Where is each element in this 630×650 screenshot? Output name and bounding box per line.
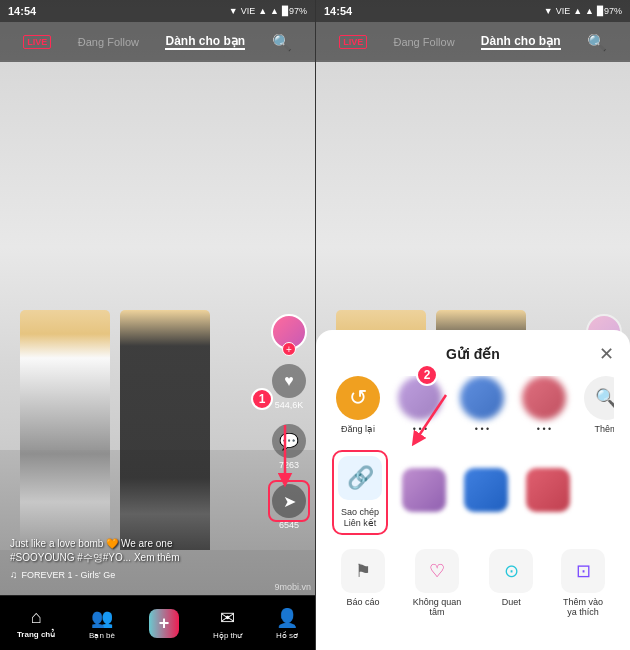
inbox-label: Hộp thư <box>213 631 242 640</box>
signal-icon-right: ▲ <box>573 6 582 16</box>
share-contact-search[interactable]: 🔍 Thêm <box>580 376 614 434</box>
carrier-text-right: VIE <box>556 6 571 16</box>
contact-2-label: • • • <box>475 424 489 434</box>
video-caption: Just like a love bomb 🧡 We are one #SOOY… <box>10 537 260 580</box>
share-contacts-row: ↺ Đăng lại • • • • • • • • • <box>332 376 614 434</box>
social-icon-2 <box>464 468 508 512</box>
share-social-3[interactable] <box>522 468 574 516</box>
share-apps-row: ⚑ Báo cáo ♡ Không quantâm ⊙ Duet ⊡ Thêm … <box>332 549 614 617</box>
duet-icon: ⊙ <box>489 549 533 593</box>
right-panel: 14:54 ▼ VIE ▲ ▲ ▉97% LIVE Đang Follow Dà… <box>315 0 630 650</box>
dancer-2 <box>120 310 210 550</box>
copy-link-label: Sao chépLiên kết <box>341 507 379 529</box>
inbox-icon: ✉ <box>220 607 235 629</box>
carrier-text: VIE <box>241 6 256 16</box>
battery-icon: ▉97% <box>282 6 307 16</box>
search-icon[interactable]: 🔍 <box>272 33 292 52</box>
share-contact-3[interactable]: • • • <box>518 376 570 434</box>
social-icon-1 <box>402 468 446 512</box>
profile-label: Hồ sơ <box>276 631 298 640</box>
nav-bar-right: LIVE Đang Follow Dành cho bạn 🔍 <box>316 22 630 62</box>
share-app-save[interactable]: ⊡ Thêm vàoya thích <box>561 549 605 617</box>
wifi-icon-right: ▲ <box>585 6 594 16</box>
share-title: Gửi đến <box>446 346 500 362</box>
share-close-button[interactable]: ✕ <box>599 343 614 365</box>
share-app-report[interactable]: ⚑ Báo cáo <box>341 549 385 617</box>
social-icon-3 <box>526 468 570 512</box>
share-app-nocare[interactable]: ♡ Không quantâm <box>413 549 462 617</box>
network-icon: ▼ <box>229 6 238 16</box>
live-badge: LIVE <box>23 35 51 49</box>
nocare-label: Không quantâm <box>413 597 462 617</box>
contact-avatar-2 <box>460 376 504 420</box>
save-label: Thêm vàoya thích <box>563 597 603 617</box>
share-title-row: Gửi đến ✕ <box>332 346 614 362</box>
copy-link-icon-bg: 🔗 <box>338 456 382 500</box>
nocare-icon: ♡ <box>415 549 459 593</box>
caption-main: Just like a love bomb 🧡 We are one <box>10 537 260 551</box>
nav-friends[interactable]: 👥 Bạn bè <box>89 607 115 640</box>
svg-line-3 <box>416 395 446 440</box>
status-bar-right: 14:54 ▼ VIE ▲ ▲ ▉97% <box>316 0 630 22</box>
annotation-arrow-2 <box>396 390 466 450</box>
reload-avatar: ↺ <box>336 376 380 420</box>
home-icon: ⌂ <box>31 607 42 628</box>
profile-icon: 👤 <box>276 607 298 629</box>
contact-3-label: • • • <box>537 424 551 434</box>
share-social-2[interactable] <box>460 468 512 516</box>
annotation-2: 2 <box>416 364 438 386</box>
tab-dang-follow-right[interactable]: Đang Follow <box>393 36 454 48</box>
nav-profile[interactable]: 👤 Hồ sơ <box>276 607 298 640</box>
left-panel: 14:54 ▼ VIE ▲ ▲ ▉97% LIVE Đang Follow Dà… <box>0 0 315 650</box>
share-apps-top-row: 🔗 Sao chépLiên kết <box>332 450 614 535</box>
share-sheet: Gửi đến ✕ ↺ Đăng lại • • • • • • <box>316 330 630 650</box>
watermark-left: 9mobi.vn <box>274 582 311 592</box>
share-contact-reload[interactable]: ↺ Đăng lại <box>332 376 384 434</box>
search-contact-icon: 🔍 <box>595 387 614 409</box>
tab-danh-cho-ban[interactable]: Dành cho bạn <box>165 34 245 50</box>
status-bar: 14:54 ▼ VIE ▲ ▲ ▉97% <box>0 0 315 22</box>
tab-dang-follow[interactable]: Đang Follow <box>78 36 139 48</box>
follow-plus-button[interactable]: + <box>282 342 296 356</box>
like-action[interactable]: ♥ 544,6K <box>272 364 306 410</box>
annotation-arrow-1 <box>255 420 305 490</box>
share-app-duet[interactable]: ⊙ Duet <box>489 549 533 617</box>
copy-link-button[interactable]: 🔗 Sao chépLiên kết <box>332 450 388 535</box>
copy-link-icon: 🔗 <box>347 465 374 491</box>
network-icon-right: ▼ <box>544 6 553 16</box>
search-avatar: 🔍 <box>584 376 614 420</box>
music-row: ♫ FOREVER 1 - Girls' Ge <box>10 569 260 580</box>
nav-inbox[interactable]: ✉ Hộp thư <box>213 607 242 640</box>
report-icon: ⚑ <box>341 549 385 593</box>
status-time: 14:54 <box>8 5 36 17</box>
like-icon: ♥ <box>272 364 306 398</box>
status-icons: ▼ VIE ▲ ▲ ▉97% <box>229 6 307 16</box>
search-icon-right[interactable]: 🔍 <box>587 33 607 52</box>
tab-danh-cho-ban-right[interactable]: Dành cho bạn <box>481 34 561 50</box>
reload-icon: ↺ <box>349 385 367 411</box>
author-avatar-container: + <box>271 314 307 350</box>
nav-add[interactable]: + <box>149 609 180 638</box>
music-text: FOREVER 1 - Girls' Ge <box>22 570 116 580</box>
signal-icon: ▲ <box>258 6 267 16</box>
live-badge-right: LIVE <box>339 35 367 49</box>
like-count: 544,6K <box>275 400 304 410</box>
save-icon: ⊡ <box>561 549 605 593</box>
status-icons-right: ▼ VIE ▲ ▲ ▉97% <box>544 6 622 16</box>
wifi-icon: ▲ <box>270 6 279 16</box>
status-time-right: 14:54 <box>324 5 352 17</box>
annotation-1: 1 <box>251 388 273 410</box>
nav-home[interactable]: ⌂ Trang chủ <box>17 607 55 639</box>
report-label: Báo cáo <box>346 597 379 607</box>
duet-label: Duet <box>502 597 521 607</box>
share-social-1[interactable] <box>398 468 450 516</box>
nav-bar: LIVE Đang Follow Dành cho bạn 🔍 <box>0 22 315 62</box>
dancers <box>20 310 220 560</box>
caption-hashtags: #SOOYOUNG #수영#YO... Xem thêm <box>10 551 260 565</box>
share-action[interactable]: ➤ 6545 <box>272 484 306 530</box>
bottom-nav: ⌂ Trang chủ 👥 Bạn bè + ✉ Hộp thư 👤 Hồ sơ <box>0 595 315 650</box>
friends-label: Bạn bè <box>89 631 115 640</box>
dancer-1 <box>20 310 110 550</box>
friends-icon: 👥 <box>91 607 113 629</box>
add-button[interactable]: + <box>149 609 180 638</box>
